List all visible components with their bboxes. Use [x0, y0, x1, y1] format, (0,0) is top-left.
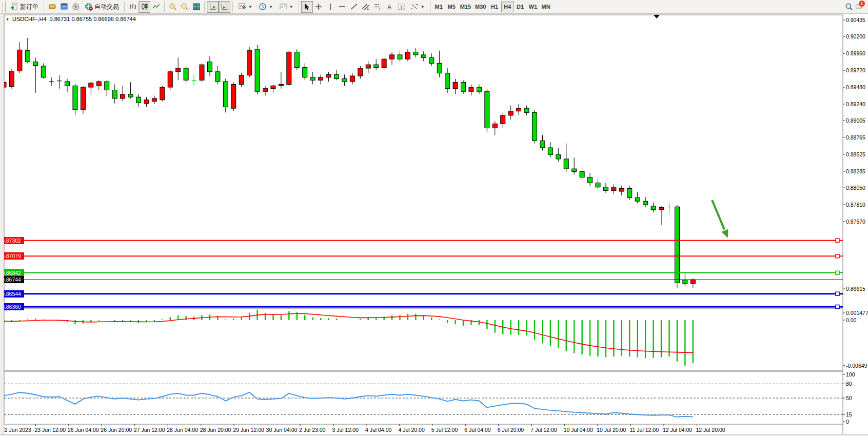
timeframe-button-w1[interactable]: W1	[527, 2, 540, 12]
indicators-button[interactable]: ▼	[235, 1, 255, 13]
trendline-icon	[350, 3, 358, 11]
notifications-button[interactable]: 1	[855, 3, 863, 11]
timeframe-button-h1[interactable]: H1	[488, 2, 501, 12]
dropdown-caret: ▼	[289, 5, 293, 9]
svg-text:T: T	[400, 4, 403, 10]
horizontal-line-icon	[338, 3, 346, 11]
auto-trading-icon	[85, 3, 93, 11]
line-chart-button[interactable]	[150, 1, 162, 13]
auto-trading-label: 自动交易	[94, 3, 119, 11]
chart-canvas[interactable]	[0, 0, 868, 436]
search-button[interactable]	[843, 1, 855, 13]
separator	[232, 2, 233, 12]
horizontal-line-button[interactable]	[337, 1, 348, 13]
trendline-button[interactable]	[348, 1, 360, 13]
text-button[interactable]: A	[384, 1, 396, 13]
separator	[124, 2, 125, 12]
vertical-line-button[interactable]	[325, 1, 337, 13]
zoom-in-button[interactable]	[167, 1, 179, 13]
tile-windows-button[interactable]	[190, 1, 202, 13]
fibonacci-button[interactable]: F	[372, 1, 384, 13]
templates-button[interactable]: ▼	[276, 1, 297, 13]
timeframe-button-mn[interactable]: MN	[540, 2, 553, 12]
line-handle	[9, 292, 12, 295]
fibonacci-icon: F	[373, 3, 382, 11]
separator	[430, 2, 430, 12]
dropdown-caret: ▼	[421, 5, 425, 9]
timeframe-button-d1[interactable]: D1	[514, 2, 527, 12]
window-bottom-edge	[0, 434, 868, 436]
line-chart-icon	[152, 3, 161, 11]
svg-text:E: E	[367, 7, 369, 10]
separator	[164, 2, 165, 12]
line-handle	[9, 254, 12, 258]
auto-scroll-icon	[209, 3, 217, 11]
text-label-button[interactable]: T	[396, 1, 407, 13]
signals-button[interactable]	[70, 1, 82, 13]
new-order-icon	[10, 3, 18, 11]
crosshair-icon	[314, 3, 323, 11]
templates-icon	[279, 3, 287, 11]
line-handle	[836, 305, 839, 308]
separator	[204, 2, 205, 12]
auto-scroll-button[interactable]	[207, 1, 219, 13]
indicators-icon	[238, 3, 246, 11]
text-icon: A	[385, 3, 393, 11]
symbol-period-label: USDCHF-,H4	[12, 16, 47, 22]
equidistant-channel-button[interactable]: E	[360, 1, 372, 13]
main-toolbar: 新订单 自动交易	[0, 0, 868, 14]
timeframe-toolbar: M1M5M15M30H1H4D1W1MN	[432, 2, 553, 12]
chart-shift-icon	[221, 3, 229, 11]
text-label-icon: T	[397, 3, 405, 11]
new-order-button[interactable]: 新订单	[7, 1, 42, 13]
chart-symbol-header: ▼ USDCHF-,H4 0.86731 0.86755 0.86696 0.8…	[6, 16, 136, 22]
chart-shift-button[interactable]	[219, 1, 230, 13]
data-window-button[interactable]	[58, 1, 70, 13]
periods-icon	[259, 3, 267, 11]
line-handle	[9, 271, 12, 274]
window-left-edge	[0, 14, 4, 436]
tile-windows-icon	[192, 3, 201, 11]
line-handle	[9, 305, 12, 308]
profile-button[interactable]	[46, 1, 58, 13]
bar-chart-icon	[129, 3, 137, 11]
timeframe-button-m5[interactable]: M5	[445, 2, 458, 12]
notification-badge: 1	[859, 1, 865, 7]
svg-text:A: A	[387, 4, 391, 11]
line-handle	[9, 239, 12, 242]
zoom-out-button[interactable]	[179, 1, 190, 13]
new-order-label: 新订单	[20, 3, 38, 11]
bar-chart-button[interactable]	[127, 1, 139, 13]
signals-icon	[72, 3, 80, 11]
pane-frames	[4, 15, 843, 434]
toolbar-grip[interactable]	[3, 2, 6, 12]
timeframe-button-m15[interactable]: M15	[458, 2, 473, 12]
timeframe-button-m1[interactable]: M1	[432, 2, 445, 12]
auto-trading-button[interactable]: 自动交易	[82, 1, 122, 13]
dropdown-caret: ▼	[269, 5, 273, 9]
search-icon	[845, 3, 853, 11]
dropdown-caret: ▼	[248, 5, 252, 9]
arrow-objects-button[interactable]: ▼	[407, 1, 428, 13]
separator	[44, 2, 44, 12]
vertical-line-icon	[326, 3, 334, 11]
separator	[299, 2, 299, 12]
equidistant-channel-icon: E	[362, 3, 370, 11]
zoom-in-icon	[169, 3, 177, 11]
timeframe-button-h4[interactable]: H4	[501, 2, 514, 12]
line-handle	[836, 254, 839, 258]
cursor-button[interactable]	[301, 1, 313, 13]
collapse-ohlc-icon[interactable]: ▼	[6, 17, 9, 21]
line-handle	[836, 239, 839, 242]
arrow-objects-icon	[410, 3, 419, 11]
ohlc-values: 0.86731 0.86755 0.86696 0.86744	[50, 16, 136, 22]
profile-icon	[48, 3, 56, 11]
cursor-icon	[303, 3, 311, 11]
line-handle	[836, 292, 839, 295]
candlestick-chart-button[interactable]	[139, 1, 150, 13]
periods-button[interactable]: ▼	[255, 1, 276, 13]
data-window-icon	[60, 3, 68, 11]
timeframe-button-m30[interactable]: M30	[473, 2, 488, 12]
crosshair-button[interactable]	[313, 1, 325, 13]
zoom-out-icon	[181, 3, 189, 11]
